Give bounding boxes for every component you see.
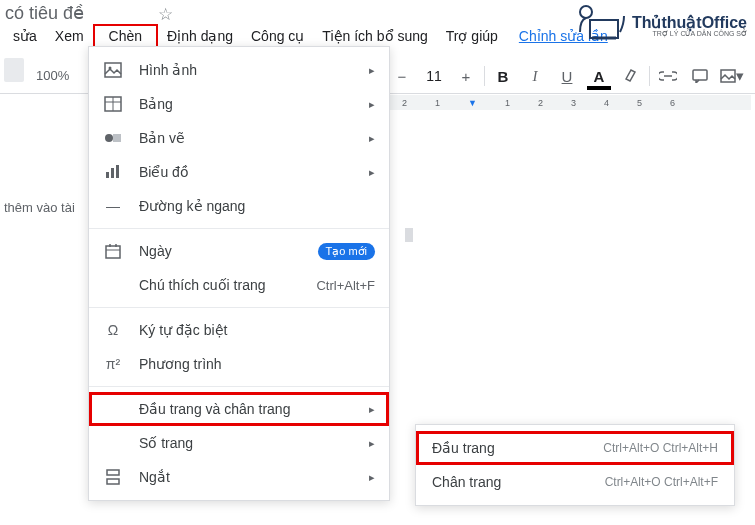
svg-rect-12 — [113, 134, 121, 142]
highlight-button[interactable] — [617, 62, 645, 90]
menu-footnote[interactable]: Chú thích cuối trang Ctrl+Alt+F — [89, 268, 389, 302]
menu-page-numbers[interactable]: Số trang▸ — [89, 426, 389, 460]
doc-title[interactable]: ông có tiêu đề — [0, 2, 84, 24]
svg-rect-20 — [107, 470, 119, 475]
svg-point-11 — [105, 134, 113, 142]
menu-view[interactable]: Xem — [46, 24, 93, 48]
header-footer-submenu: Đầu trang Ctrl+Alt+O Ctrl+Alt+H Chân tra… — [415, 424, 735, 506]
insert-menu: Hình ảnh▸ Bảng▸ Bản vẽ▸ Biểu đồ▸ — Đường… — [88, 46, 390, 501]
text-color-button[interactable]: A — [585, 62, 613, 90]
plus-button[interactable]: + — [452, 62, 480, 90]
menu-drawing[interactable]: Bản vẽ▸ — [89, 121, 389, 155]
page-break-handle — [405, 228, 413, 242]
image-icon — [103, 60, 123, 80]
menu-date[interactable]: Ngày Tạo mới — [89, 234, 389, 268]
font-size-input[interactable]: 11 — [420, 62, 448, 90]
svg-rect-14 — [111, 168, 114, 178]
comment-button[interactable] — [686, 62, 714, 90]
ruler: 21▼123456 — [388, 95, 751, 110]
submenu-header[interactable]: Đầu trang Ctrl+Alt+O Ctrl+Alt+H — [416, 431, 734, 465]
watermark-logo: ThủthuậtOfficeTRỢ LÝ CỦA DÂN CÔNG SỞ — [572, 2, 747, 48]
pi-icon: π² — [103, 354, 123, 374]
menu-tools[interactable]: Công cụ — [242, 24, 313, 48]
submenu-footer[interactable]: Chân trang Ctrl+Alt+O Ctrl+Alt+F — [416, 465, 734, 499]
link-button[interactable] — [654, 62, 682, 90]
drawing-icon — [103, 128, 123, 148]
svg-rect-15 — [116, 165, 119, 178]
menu-equation[interactable]: π² Phương trình — [89, 347, 389, 381]
hr-icon: — — [103, 196, 123, 216]
calendar-icon — [103, 241, 123, 261]
menu-help[interactable]: Trợ giúp — [437, 24, 507, 48]
break-icon — [103, 467, 123, 487]
minus-button[interactable]: − — [388, 62, 416, 90]
menu-hr[interactable]: — Đường kẻ ngang — [89, 189, 389, 223]
body-placeholder: thêm vào tài — [4, 200, 75, 215]
menu-chart[interactable]: Biểu đồ▸ — [89, 155, 389, 189]
svg-rect-4 — [693, 70, 707, 80]
svg-rect-6 — [105, 63, 121, 77]
menu-break[interactable]: Ngắt▸ — [89, 460, 389, 494]
chart-icon — [103, 162, 123, 182]
image-button[interactable]: ▾ — [718, 62, 746, 90]
menu-header-footer[interactable]: Đầu trang và chân trang▸ — [89, 392, 389, 426]
menu-insert[interactable]: Chèn — [93, 24, 158, 48]
omega-icon: Ω — [103, 320, 123, 340]
svg-rect-0 — [590, 20, 618, 38]
star-icon[interactable]: ☆ — [158, 4, 173, 25]
menu-addons[interactable]: Tiện ích bổ sung — [313, 24, 436, 48]
underline-button[interactable]: U — [553, 62, 581, 90]
menu-edit[interactable]: sửa — [4, 24, 46, 48]
new-badge: Tạo mới — [318, 243, 376, 260]
menu-table[interactable]: Bảng▸ — [89, 87, 389, 121]
menu-special-chars[interactable]: Ω Ký tự đặc biệt — [89, 313, 389, 347]
svg-rect-16 — [106, 246, 120, 258]
table-icon — [103, 94, 123, 114]
svg-rect-13 — [106, 172, 109, 178]
svg-rect-21 — [107, 479, 119, 484]
svg-point-2 — [580, 6, 592, 18]
toolbar-right: − 11 + B I U A ▾ — [388, 58, 746, 94]
menu-format[interactable]: Định dạng — [158, 24, 242, 48]
menu-image[interactable]: Hình ảnh▸ — [89, 53, 389, 87]
italic-button[interactable]: I — [521, 62, 549, 90]
bold-button[interactable]: B — [489, 62, 517, 90]
zoom-level[interactable]: 100% — [36, 68, 69, 83]
